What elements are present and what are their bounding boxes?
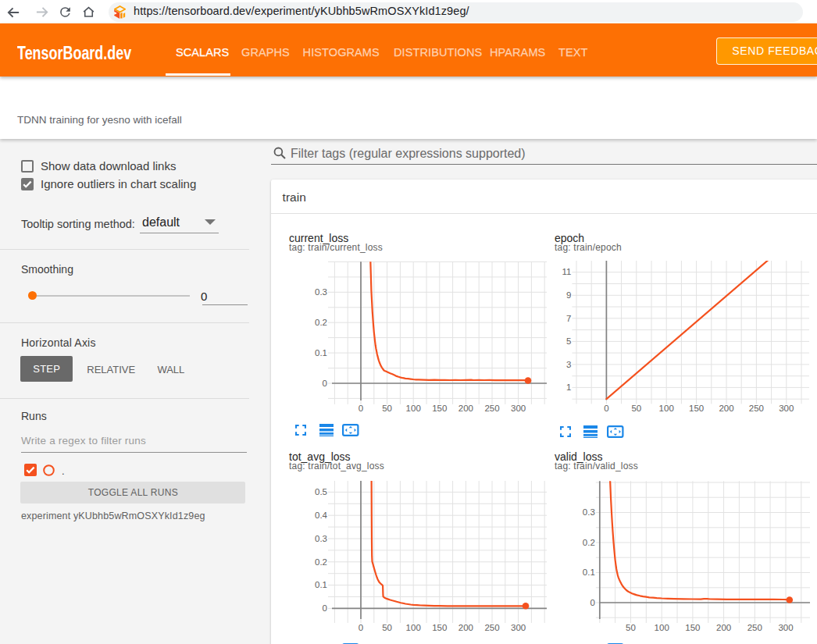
- svg-text:200: 200: [458, 623, 473, 632]
- svg-text:5: 5: [566, 336, 571, 346]
- svg-text:3: 3: [566, 360, 571, 369]
- svg-text:0: 0: [323, 603, 327, 613]
- svg-text:250: 250: [747, 623, 762, 632]
- svg-text:0.4: 0.4: [315, 511, 328, 520]
- svg-text:250: 250: [484, 623, 499, 632]
- svg-text:0.1: 0.1: [315, 580, 327, 589]
- svg-text:50: 50: [631, 404, 641, 413]
- svg-text:150: 150: [685, 623, 700, 632]
- svg-text:100: 100: [659, 404, 674, 413]
- svg-text:0: 0: [323, 379, 327, 388]
- svg-text:0.5: 0.5: [315, 487, 327, 496]
- svg-text:150: 150: [689, 404, 704, 413]
- svg-text:0.2: 0.2: [583, 538, 595, 547]
- svg-text:0.1: 0.1: [583, 568, 595, 577]
- svg-text:50: 50: [626, 623, 636, 632]
- svg-text:0.3: 0.3: [583, 507, 595, 517]
- svg-text:250: 250: [749, 404, 764, 413]
- svg-text:150: 150: [432, 404, 447, 413]
- svg-text:0.2: 0.2: [315, 557, 327, 567]
- svg-text:0: 0: [590, 598, 594, 607]
- svg-text:0.3: 0.3: [315, 287, 327, 297]
- svg-text:300: 300: [779, 404, 794, 413]
- svg-text:50: 50: [382, 404, 392, 413]
- svg-text:0.2: 0.2: [315, 318, 327, 327]
- svg-text:0: 0: [604, 404, 608, 413]
- svg-text:300: 300: [778, 623, 793, 632]
- svg-text:200: 200: [719, 404, 733, 413]
- svg-text:300: 300: [511, 623, 526, 632]
- svg-text:200: 200: [716, 623, 731, 632]
- svg-text:250: 250: [484, 404, 499, 413]
- svg-text:0: 0: [359, 623, 363, 632]
- svg-text:11: 11: [562, 267, 571, 276]
- svg-text:100: 100: [655, 623, 669, 632]
- svg-text:100: 100: [406, 623, 421, 632]
- svg-text:0.3: 0.3: [315, 534, 327, 543]
- svg-text:0.1: 0.1: [315, 348, 327, 358]
- svg-text:0: 0: [359, 404, 363, 413]
- svg-text:50: 50: [382, 623, 392, 632]
- svg-text:9: 9: [566, 290, 571, 300]
- svg-text:200: 200: [458, 404, 473, 413]
- svg-text:1: 1: [566, 382, 571, 392]
- svg-text:300: 300: [511, 404, 526, 413]
- svg-text:7: 7: [566, 314, 571, 323]
- svg-text:100: 100: [406, 404, 421, 413]
- svg-text:150: 150: [432, 623, 447, 632]
